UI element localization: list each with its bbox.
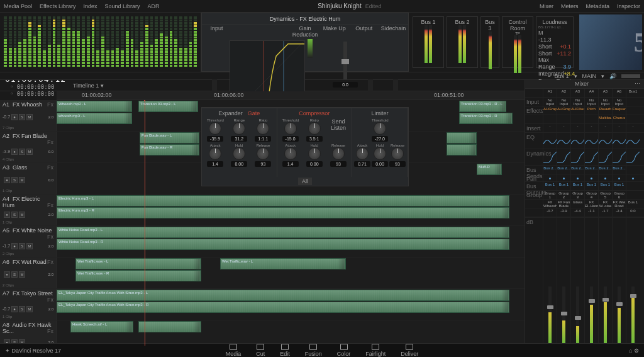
mixer-cell[interactable]: - bbox=[626, 124, 640, 132]
meters-tab[interactable]: Meters bbox=[561, 3, 579, 9]
eq-mini-graph[interactable] bbox=[557, 149, 570, 165]
mute-button[interactable]: M bbox=[26, 243, 33, 249]
mixer-cell[interactable]: - bbox=[598, 124, 612, 132]
page-fairlight[interactable]: Fairlight bbox=[365, 344, 386, 357]
fader-a4[interactable] bbox=[584, 218, 598, 346]
mute-button[interactable]: M bbox=[19, 177, 25, 183]
pan-control[interactable] bbox=[557, 174, 570, 181]
mixer-cell[interactable]: Chorus bbox=[612, 115, 626, 123]
audio-clip[interactable]: Whoosh.mp3 - L bbox=[57, 101, 132, 112]
mixer-cell[interactable]: Bus 1 bbox=[626, 200, 640, 208]
mixer-cell[interactable]: Reverb bbox=[598, 106, 612, 115]
mixer-cell[interactable]: Bus 1 bbox=[557, 182, 570, 190]
mixer-cell[interactable]: Bus 1 bbox=[584, 182, 598, 190]
audio-clip[interactable]: Transition 03.mp3 - L bbox=[138, 101, 198, 112]
mixer-cell[interactable]: No Input bbox=[612, 98, 626, 106]
mixer-cell[interactable]: AUGrap... bbox=[543, 106, 557, 115]
eq-mini-graph[interactable] bbox=[543, 133, 557, 149]
audio-clip[interactable]: Muff-R bbox=[477, 164, 502, 175]
mixer-cell[interactable]: Bus 1 bbox=[612, 182, 626, 190]
eq-mini-graph[interactable] bbox=[570, 149, 584, 165]
track-lane[interactable]: White Noise Road.mp3 - LWhite Noise Road… bbox=[57, 226, 525, 257]
eq-mini-graph[interactable] bbox=[570, 133, 584, 149]
bus-3[interactable]: Bus 3 bbox=[480, 16, 499, 68]
track-lane[interactable]: EL_Tokyo Japan City Traffic Amos With Si… bbox=[57, 289, 525, 320]
playhead[interactable] bbox=[145, 100, 145, 346]
mixer-cell[interactable]: No Input bbox=[557, 98, 570, 106]
page-deliver[interactable]: Deliver bbox=[401, 344, 418, 357]
mixer-cell[interactable]: - bbox=[612, 124, 626, 132]
mixer-cell[interactable] bbox=[626, 182, 640, 190]
eq-mini-graph[interactable] bbox=[543, 149, 557, 165]
mixer-cell[interactable]: FX Fan Blade bbox=[557, 200, 570, 208]
track-header[interactable]: A7 FX Tokyo Street Fx -0.7●SM2.0 1 Clip bbox=[0, 289, 57, 320]
eq-mini-graph[interactable] bbox=[557, 133, 570, 149]
mixer-cell[interactable]: Pitch bbox=[584, 106, 598, 115]
fader-bus1[interactable] bbox=[626, 218, 640, 346]
eq-mini-graph[interactable] bbox=[584, 149, 598, 165]
solo-button[interactable]: S bbox=[19, 149, 25, 155]
mixer-cell[interactable] bbox=[626, 191, 640, 199]
dynamics-panel[interactable]: Dynamics - FX Electric Hum Input Gain Re… bbox=[201, 13, 409, 72]
eq-mini-graph[interactable] bbox=[612, 133, 626, 149]
track-header[interactable]: A3 Glass Fx ●SM0.0 1 Clip bbox=[0, 163, 57, 194]
eq-mini-graph[interactable] bbox=[626, 149, 640, 165]
pan-control[interactable] bbox=[543, 174, 557, 181]
mixer-cell[interactable]: Bus 2... bbox=[557, 166, 570, 174]
media-pool-tab[interactable]: Media Pool bbox=[4, 3, 32, 9]
track-header[interactable]: A4 FX Electric Hum Fx ●SM2.0 1 Clip bbox=[0, 195, 57, 225]
effects-library-tab[interactable]: Effects Library bbox=[40, 3, 75, 9]
arm-button[interactable]: ● bbox=[4, 271, 10, 278]
pan-control[interactable] bbox=[612, 174, 626, 181]
mute-button[interactable]: M bbox=[26, 114, 33, 120]
mixer-cell[interactable]: - bbox=[557, 124, 570, 132]
fader-a6[interactable] bbox=[612, 218, 626, 346]
track-lane[interactable]: Hawk Screech.aif - L bbox=[57, 320, 525, 346]
mixer-cell[interactable]: No Input bbox=[543, 98, 557, 106]
mixer-options-icon[interactable]: ⋯ bbox=[635, 81, 640, 88]
fader-a2[interactable] bbox=[557, 218, 570, 346]
audio-clip[interactable]: Electric Hum.mp3 - L bbox=[57, 195, 509, 207]
mixer-cell[interactable] bbox=[570, 115, 584, 123]
mixer-cell[interactable]: Group 2 bbox=[557, 191, 570, 199]
mixer-cell[interactable]: Bus 1 bbox=[598, 182, 612, 190]
adr-tab[interactable]: ADR bbox=[147, 3, 159, 9]
audio-clip[interactable]: Wet Traffic.wav - L bbox=[220, 258, 346, 269]
audio-clip[interactable]: EL_Tokyo Japan City Traffic Amos With Si… bbox=[57, 290, 509, 301]
mixer-cell[interactable]: A4 bbox=[584, 89, 598, 97]
mixer-cell[interactable]: Glass bbox=[570, 200, 584, 208]
monitor-out-select[interactable]: MAIN bbox=[582, 73, 597, 79]
track-header[interactable]: A2 FX Fan Blade Fx -3.9●SM0.0 4 Clips bbox=[0, 132, 57, 162]
track-header[interactable]: A6 FX Wet Road Fx ●SM2.0 2 Clips bbox=[0, 258, 57, 288]
sound-library-tab[interactable]: Sound Library bbox=[104, 3, 140, 9]
mixer-cell[interactable]: -0.7 bbox=[543, 208, 557, 217]
mixer-cell[interactable]: Group 4 bbox=[584, 191, 598, 199]
mixer-cell[interactable]: FX Wet Road bbox=[612, 200, 626, 208]
track-lane[interactable]: Wet Traffic.wav - LWet Traffic.wav - LWe… bbox=[57, 258, 525, 288]
page-edit[interactable]: Edit bbox=[280, 344, 290, 357]
mute-button[interactable]: M bbox=[19, 271, 25, 278]
mixer-cell[interactable]: Bus 2... bbox=[612, 166, 626, 174]
video-viewer[interactable] bbox=[579, 14, 642, 70]
mixer-cell[interactable]: Group 6 bbox=[612, 191, 626, 199]
mixer-cell[interactable] bbox=[584, 115, 598, 123]
eq-mini-graph[interactable] bbox=[626, 133, 640, 149]
eq-mini-graph[interactable] bbox=[598, 133, 612, 149]
solo-button[interactable]: S bbox=[19, 114, 25, 120]
mixer-cell[interactable]: Bus 2... bbox=[543, 166, 557, 174]
audio-clip[interactable]: White Noise Road.mp3 - L bbox=[57, 227, 509, 238]
mixer-cell[interactable]: FX W..oise bbox=[598, 200, 612, 208]
arm-button[interactable]: ● bbox=[11, 243, 18, 249]
mixer-cell[interactable]: - bbox=[584, 124, 598, 132]
dim-button[interactable] bbox=[621, 74, 640, 78]
mixer-cell[interactable]: Bus1 bbox=[626, 89, 640, 97]
audio-clip[interactable]: EL_Tokyo Japan City Traffic Amos With Si… bbox=[57, 302, 509, 313]
track-header[interactable]: A5 FX White Noise Fx -1.7●SM2.0 2 Clips bbox=[0, 226, 57, 257]
mixer-cell[interactable]: Bus 1 bbox=[570, 182, 584, 190]
dynamics-all-button[interactable]: All bbox=[298, 178, 312, 185]
mute-button[interactable]: M bbox=[26, 149, 33, 155]
mute-button[interactable]: M bbox=[19, 212, 25, 218]
mixer-cell[interactable] bbox=[543, 115, 557, 123]
mixer-tab[interactable]: Mixer bbox=[540, 3, 553, 9]
audio-clip[interactable]: Fan Blade.wav - L bbox=[140, 132, 199, 144]
